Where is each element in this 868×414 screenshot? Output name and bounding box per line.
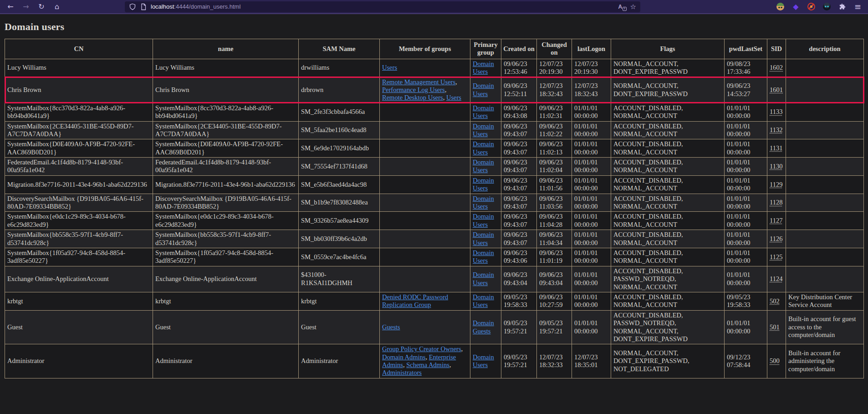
member-groups-cell (380, 103, 470, 121)
extension-avatar-face-icon[interactable] (776, 3, 784, 10)
group-link[interactable]: Domain Admins (382, 353, 425, 361)
sid-link[interactable]: 1128 (770, 199, 782, 206)
primary-group-link[interactable]: Domain Users (473, 82, 494, 97)
column-header-pwd_last_set: pwdLastSet (725, 39, 767, 59)
primary-group-link[interactable]: Domain Users (473, 123, 494, 138)
sam-cell: SM_5faa2be1160c4ead8 (299, 121, 380, 139)
cn-cell: SystemMailbox{D0E409A0-AF9B-4720-92FE-AA… (5, 139, 153, 158)
sid-link[interactable]: 1129 (770, 181, 782, 188)
name-cell: SystemMailbox{1f05a927-94c8-458d-8854-3a… (153, 248, 299, 266)
primary-group-link[interactable]: Domain Users (473, 353, 494, 368)
name-cell: Guest (153, 310, 299, 344)
changed-cell: 09/06/23 09:43:04 (537, 266, 572, 292)
url-path: :4444/domain_users.html (174, 3, 240, 10)
member-groups-cell (380, 158, 470, 176)
created-cell: 09/06/23 12:52:11 (501, 77, 537, 103)
extension-diamond-icon[interactable]: ◆ (792, 3, 800, 10)
sid-link[interactable]: 1601 (770, 86, 783, 93)
reload-button[interactable]: ↻ (36, 1, 47, 12)
group-link[interactable]: Users (382, 64, 397, 71)
member-groups-cell (380, 230, 470, 248)
flags-cell: ACCOUNT_DISABLED,NORMAL_ACCOUNT (611, 158, 725, 176)
member-groups-cell (380, 121, 470, 139)
sid-link[interactable]: 1125 (770, 253, 782, 261)
sid-link[interactable]: 1126 (770, 235, 782, 242)
sid-link[interactable]: 500 (770, 357, 780, 364)
primary-group-link[interactable]: Domain Users (473, 60, 494, 75)
sid-link[interactable]: 1132 (770, 126, 782, 133)
primary-group-link[interactable]: Domain Users (473, 140, 494, 155)
primary-group-link[interactable]: Domain Users (473, 293, 494, 308)
primary-group-cell: Domain Users (470, 212, 501, 230)
sid-link[interactable]: 1127 (770, 217, 782, 224)
description-cell (786, 266, 864, 292)
page-info-icon (140, 3, 147, 10)
group-link[interactable]: Schema Admins (406, 361, 449, 368)
flag-value: ACCOUNT_DISABLED, (613, 104, 722, 112)
page-title: Domain users (5, 21, 863, 33)
cn-cell: Chris Brown (5, 77, 153, 103)
back-button[interactable]: ← (5, 1, 16, 12)
group-link[interactable]: Remote Management Users (382, 78, 455, 86)
pwd-last-set-cell: 01/01/01 00:00:00 (725, 175, 767, 194)
bookmark-star-icon[interactable]: ☆ (630, 3, 636, 11)
group-link[interactable]: Group Policy Creator Owners (382, 345, 461, 353)
cn-cell: Guest (5, 310, 153, 344)
sid-link[interactable]: 1133 (770, 108, 782, 115)
menu-hamburger-icon[interactable]: ≡ (854, 3, 862, 10)
primary-group-link[interactable]: Domain Users (473, 249, 494, 264)
sam-cell: $431000-R1KSAI1DGHMH (299, 266, 380, 292)
primary-group-link[interactable]: Domain Users (473, 177, 494, 192)
sid-cell: 1131 (767, 139, 786, 158)
sid-link[interactable]: 1124 (770, 275, 782, 282)
extension-adblocker-icon[interactable] (807, 3, 815, 10)
primary-group-link[interactable]: Domain Users (473, 104, 494, 119)
forward-button[interactable]: → (20, 1, 32, 12)
url-bar[interactable]: localhost:4444/domain_users.html A? ☆ (125, 1, 640, 12)
pwd-last-set-cell: 01/01/01 00:00:00 (725, 310, 767, 344)
last-logon-cell: 12/07/23 18:35:01 (572, 344, 611, 378)
sam-cell: SM_2fe3f3cbbafa4566a (299, 103, 380, 121)
group-link[interactable]: Denied RODC Password Replication Group (382, 293, 448, 308)
primary-group-link[interactable]: Domain Users (473, 231, 494, 246)
flag-value: PASSWD_NOTREQD, (613, 275, 722, 283)
group-link[interactable]: Users (446, 94, 461, 101)
primary-group-link[interactable]: Domain Users (473, 271, 494, 286)
extensions-puzzle-icon[interactable] (838, 3, 846, 10)
translate-icon[interactable]: A? (618, 3, 626, 10)
group-link[interactable]: Administrators (382, 369, 422, 376)
table-body: Lucy WilliamsLucy WilliamsdrwilliamsUser… (5, 59, 864, 378)
pwd-last-set-cell: 01/01/01 00:00:00 (725, 139, 767, 158)
cn-cell: DiscoverySearchMailbox {D919BA05-46A6-41… (5, 194, 153, 212)
last-logon-cell: 01/01/01 00:00:00 (572, 292, 611, 310)
primary-group-link[interactable]: Domain Users (473, 158, 494, 174)
sid-link[interactable]: 1602 (770, 64, 783, 71)
group-link[interactable]: Performance Log Users (382, 86, 445, 93)
primary-group-link[interactable]: Domain Users (473, 195, 494, 210)
flags-cell: ACCOUNT_DISABLED,PASSWD_NOTREQD,NORMAL_A… (611, 266, 725, 292)
description-cell (786, 103, 864, 121)
pwd-last-set-cell: 01/01/01 00:00:00 (725, 121, 767, 139)
primary-group-link[interactable]: Domain Users (473, 213, 494, 228)
pwd-last-set-cell: 09/12/23 07:58:44 (725, 344, 767, 378)
sid-link[interactable]: 1130 (770, 163, 782, 170)
primary-group-link[interactable]: Domain Guests (473, 319, 494, 334)
group-link[interactable]: Remote Desktop Users (382, 94, 443, 101)
sid-link[interactable]: 501 (770, 323, 780, 331)
cn-cell: Administrator (5, 344, 153, 378)
sid-cell: 501 (767, 310, 786, 344)
home-button[interactable]: ⌂ (51, 1, 63, 12)
sid-link[interactable]: 502 (770, 297, 780, 305)
sid-link[interactable]: 1131 (770, 144, 782, 152)
extension-dark-avatar-icon[interactable] (823, 3, 831, 10)
flag-value: ACCOUNT_DISABLED, (613, 123, 722, 130)
name-cell: krbtgt (153, 292, 299, 310)
flag-value: DONT_EXPIRE_PASSWD, (613, 357, 722, 365)
primary-group-cell: Domain Users (470, 292, 501, 310)
column-header-created: Created on (501, 39, 537, 59)
changed-cell: 09/06/23 11:04:28 (537, 212, 572, 230)
flags-cell: ACCOUNT_DISABLED,NORMAL_ACCOUNT (611, 175, 725, 194)
flags-cell: ACCOUNT_DISABLED,NORMAL_ACCOUNT (611, 194, 725, 212)
flag-value: DONT_EXPIRE_PASSWD (613, 90, 722, 98)
group-link[interactable]: Guests (382, 323, 400, 331)
